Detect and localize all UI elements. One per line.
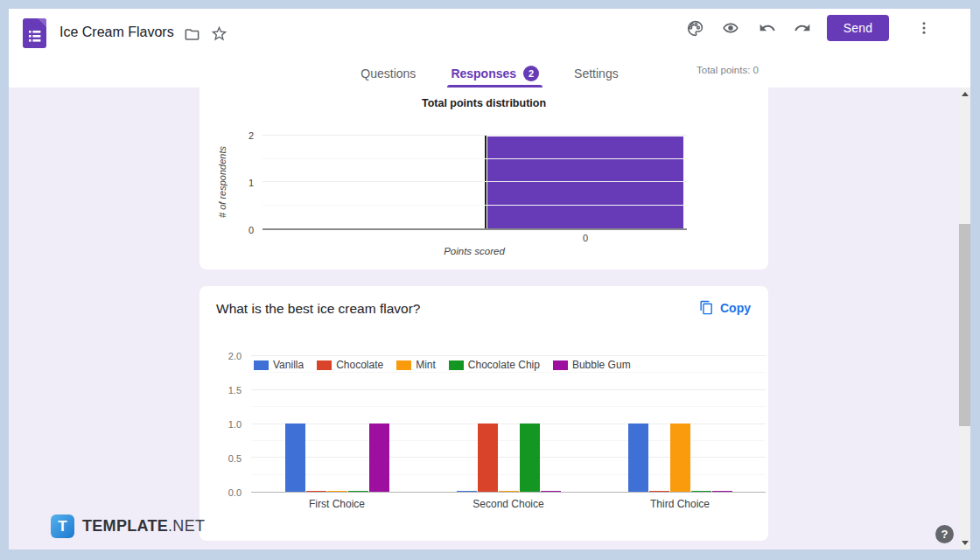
chart1-x-tick: 0: [583, 233, 588, 243]
legend-label: Bubble Gum: [572, 359, 631, 371]
y-tick-label: 1.5: [228, 385, 242, 396]
bar-mint: [499, 491, 519, 493]
undo-icon[interactable]: [758, 18, 777, 38]
star-icon[interactable]: [209, 24, 228, 43]
chart2-plot-area: VanillaChocolateMintChocolate ChipBubble…: [251, 356, 766, 493]
y-tick-label: 0: [248, 225, 254, 235]
bar-group: First Choice: [251, 356, 423, 492]
redo-icon[interactable]: [793, 18, 812, 38]
template-net-logo: T TEMPLATE.NET: [51, 514, 205, 538]
legend-item: Chocolate Chip: [449, 359, 540, 371]
legend-item: Bubble Gum: [553, 359, 631, 371]
legend-swatch: [449, 360, 464, 370]
template-net-t-icon: T: [51, 514, 74, 538]
points-distribution-card: Total points distribution # of responden…: [200, 88, 768, 270]
google-forms-logo-icon[interactable]: [23, 18, 46, 48]
vertical-scrollbar[interactable]: [959, 88, 970, 550]
tab-responses[interactable]: Responses 2: [449, 59, 541, 88]
tab-settings[interactable]: Settings: [572, 59, 620, 88]
chart1-x-axis-label: Points scored: [387, 246, 562, 256]
legend-swatch: [317, 360, 332, 370]
bar-bubble-gum: [712, 491, 732, 493]
legend-label: Chocolate Chip: [468, 359, 540, 371]
tab-settings-label: Settings: [574, 66, 619, 80]
chart2-bar-groups: First ChoiceSecond ChoiceThird Choice: [251, 356, 766, 492]
help-button[interactable]: ?: [935, 525, 954, 543]
chart1-bin-divider-line: [485, 136, 486, 228]
gridline: [262, 181, 687, 182]
brand-name-bold: TEMPLATE: [82, 517, 168, 535]
legend-item: Chocolate: [317, 359, 383, 371]
bar-bubble-gum: [369, 424, 389, 492]
y-tick-label: 1: [248, 178, 254, 188]
chart2-legend: VanillaChocolateMintChocolate ChipBubble…: [254, 359, 631, 371]
category-label: Second Choice: [423, 498, 594, 510]
bar-chocolate-chip: [348, 491, 368, 493]
chart2-y-ticks: 0.00.51.01.52.0: [217, 356, 247, 493]
y-tick-label: 2: [248, 130, 254, 141]
browser-viewport: Ice Cream Flavors Send: [9, 9, 970, 550]
y-tick-label: 0.5: [228, 453, 242, 464]
legend-item: Mint: [396, 359, 436, 371]
chart1-title: Total points distribution: [200, 97, 768, 109]
total-points-label: Total points: 0: [696, 65, 759, 75]
chart1-y-ticks: 012: [231, 136, 257, 230]
scrollbar-thumb[interactable]: [959, 224, 970, 426]
y-tick-label: 1.0: [228, 419, 242, 430]
chart1-bar: [487, 136, 683, 228]
category-label: First Choice: [251, 498, 423, 510]
app-header: Ice Cream Flavors Send: [9, 9, 970, 88]
legend-label: Chocolate: [336, 359, 383, 371]
bar-group: Second Choice: [423, 356, 594, 492]
theme-palette-icon[interactable]: [685, 18, 704, 38]
legend-swatch: [254, 360, 269, 370]
responses-count-badge: 2: [523, 66, 539, 81]
window-frame: Ice Cream Flavors Send: [0, 0, 980, 560]
minor-gridline: [262, 158, 687, 159]
bar-vanilla: [457, 491, 477, 493]
chart1-y-axis-label: # of respondents: [217, 138, 228, 226]
legend-swatch: [396, 360, 411, 370]
copy-chart-button[interactable]: Copy: [699, 300, 751, 315]
bar-chocolate-chip: [691, 491, 711, 493]
bar-group: Third Choice: [594, 356, 766, 492]
tab-questions[interactable]: Questions: [359, 59, 417, 88]
bar-vanilla: [628, 424, 648, 492]
move-to-folder-icon[interactable]: [182, 24, 201, 44]
bar-mint: [327, 491, 347, 493]
scroll-up-arrow-icon[interactable]: [962, 92, 969, 96]
bar-bubble-gum: [541, 491, 561, 493]
tab-responses-label: Responses: [451, 66, 516, 80]
preview-eye-icon[interactable]: [721, 18, 740, 38]
bar-chocolate: [478, 424, 498, 492]
copy-icon: [699, 300, 714, 315]
gridline: [262, 135, 687, 136]
document-title[interactable]: Ice Cream Flavors: [60, 24, 174, 40]
copy-label: Copy: [720, 301, 751, 315]
y-tick-label: 2.0: [228, 351, 242, 361]
brand-name-rest: .NET: [168, 517, 205, 535]
legend-swatch: [553, 360, 568, 370]
legend-item: Vanilla: [254, 359, 304, 371]
legend-label: Mint: [416, 359, 436, 371]
send-button[interactable]: Send: [827, 15, 889, 41]
category-label: Third Choice: [594, 498, 766, 510]
minor-gridline: [262, 205, 687, 206]
legend-label: Vanilla: [273, 359, 304, 371]
scroll-down-arrow-icon[interactable]: [962, 541, 969, 545]
question-title: What is the best ice cream flavor?: [216, 301, 420, 317]
y-tick-label: 0.0: [228, 487, 242, 498]
bar-vanilla: [285, 424, 305, 492]
tab-bar: Questions Responses 2 Settings: [9, 59, 970, 88]
bar-chocolate: [306, 491, 326, 493]
bar-mint: [670, 424, 690, 492]
bar-chocolate: [649, 491, 669, 493]
question-responses-card: What is the best ice cream flavor? Copy …: [200, 286, 768, 541]
chart1-plot-area: [262, 136, 687, 230]
more-options-kebab-icon[interactable]: [914, 18, 934, 38]
bar-chocolate-chip: [520, 424, 540, 492]
tab-questions-label: Questions: [360, 66, 416, 80]
